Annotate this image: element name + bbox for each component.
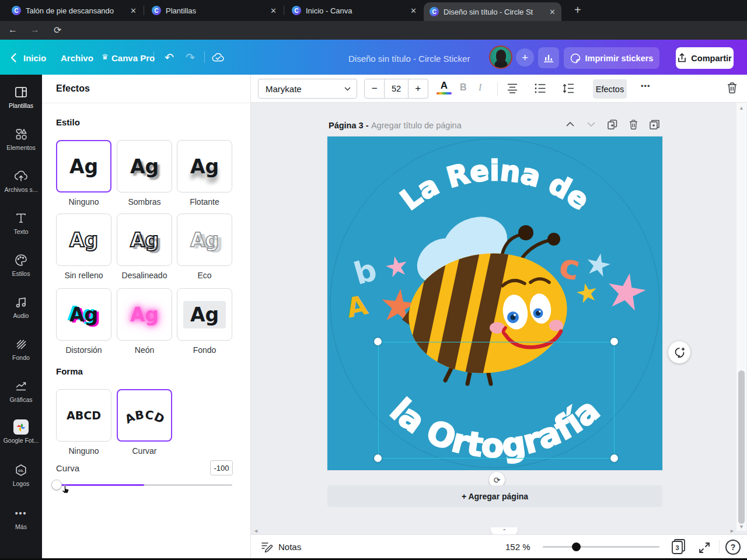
browser-tab-3[interactable]: C Inicio - Canva ✕ bbox=[286, 0, 423, 21]
scroll-left-arrow[interactable]: ◄ bbox=[253, 528, 259, 534]
deco-letter-b[interactable]: b bbox=[350, 252, 381, 292]
italic-button[interactable]: I bbox=[479, 82, 481, 93]
share-button[interactable]: Compartir bbox=[676, 47, 734, 69]
sidebar-item-mas[interactable]: ••• Más bbox=[0, 506, 42, 530]
reload-icon[interactable]: ⟳ bbox=[54, 24, 61, 36]
style-option-sin-relleno[interactable]: Ag bbox=[56, 214, 111, 266]
deco-star-blue[interactable] bbox=[585, 251, 612, 277]
trash-icon[interactable] bbox=[727, 82, 737, 93]
move-page-down-icon[interactable] bbox=[587, 122, 595, 127]
tab-close-icon[interactable]: ✕ bbox=[410, 6, 417, 15]
forward-icon[interactable]: → bbox=[30, 24, 40, 35]
style-option-eco[interactable]: Ag bbox=[177, 214, 232, 266]
print-stickers-button[interactable]: Imprimir stickers bbox=[564, 47, 659, 69]
sidebar-item-google-fotos[interactable]: Google Fot... bbox=[0, 419, 42, 444]
sidebar-item-plantillas[interactable]: Plantillas bbox=[0, 85, 42, 109]
vertical-scroll-thumb[interactable] bbox=[738, 370, 745, 524]
deco-star-pink-big[interactable] bbox=[605, 270, 648, 312]
sidebar-item-estilos[interactable]: Estilos bbox=[0, 253, 42, 277]
page-indicator[interactable]: 3 bbox=[671, 539, 687, 555]
canva-favicon: C bbox=[430, 7, 439, 16]
bold-button[interactable]: B bbox=[460, 82, 467, 93]
browser-tab-2[interactable]: C Plantillas ✕ bbox=[146, 0, 282, 21]
add-page-button[interactable]: + Agregar página bbox=[327, 485, 662, 507]
sidebar-item-audio[interactable]: Audio bbox=[0, 295, 42, 319]
align-icon[interactable] bbox=[507, 83, 518, 93]
scroll-right-arrow[interactable]: ► bbox=[729, 528, 735, 534]
redo-icon[interactable]: ↷ bbox=[186, 51, 195, 64]
chevron-down-icon bbox=[344, 87, 351, 91]
font-size-decrease[interactable]: − bbox=[365, 83, 384, 94]
tab-close-icon[interactable]: ✕ bbox=[549, 8, 556, 16]
undo-icon[interactable]: ↶ bbox=[165, 51, 174, 64]
list-icon[interactable] bbox=[535, 83, 546, 93]
spacing-icon[interactable] bbox=[563, 83, 574, 93]
back-icon[interactable]: ← bbox=[8, 24, 18, 35]
tab-close-icon[interactable]: ✕ bbox=[130, 6, 137, 15]
notes-label[interactable]: Notas bbox=[278, 542, 301, 552]
style-option-sombras[interactable]: Ag bbox=[117, 140, 172, 192]
insights-button[interactable] bbox=[538, 47, 559, 68]
share-icon bbox=[678, 53, 686, 63]
sidebar-item-fondo[interactable]: Fondo bbox=[0, 337, 42, 361]
font-selector[interactable]: Marykate bbox=[258, 79, 357, 99]
help-button[interactable]: ? bbox=[725, 540, 741, 555]
move-page-up-icon[interactable] bbox=[566, 121, 574, 127]
sidebar-item-graficas[interactable]: Gráficas bbox=[0, 379, 42, 403]
page-title-placeholder[interactable]: Agregar título de página bbox=[371, 121, 462, 130]
deco-letter-c[interactable]: c bbox=[556, 246, 584, 289]
document-title[interactable]: Diseño sin título - Circle Sticker bbox=[348, 54, 470, 64]
shape-option-curvar[interactable]: ABCD bbox=[117, 389, 172, 442]
browser-tab-active[interactable]: C Diseño sin título - Circle St ✕ bbox=[424, 2, 561, 21]
selection-box[interactable] bbox=[378, 342, 615, 459]
font-size-value[interactable]: 52 bbox=[384, 79, 408, 98]
tab-title: Diseño sin título - Circle St bbox=[444, 8, 544, 16]
curve-value-box[interactable]: -100 bbox=[210, 460, 233, 475]
selection-handle-se[interactable] bbox=[610, 454, 618, 462]
style-option-neon[interactable]: Ag bbox=[117, 288, 172, 341]
more-dots-icon: ••• bbox=[0, 506, 42, 521]
deco-star-yellow[interactable] bbox=[575, 281, 599, 304]
style-option-desalineado[interactable]: Ag bbox=[117, 214, 172, 266]
selection-handle-sw[interactable] bbox=[374, 454, 382, 462]
fullscreen-icon[interactable] bbox=[698, 541, 711, 554]
shape-option-ninguno[interactable]: ABCD bbox=[56, 389, 111, 442]
style-option-flotante[interactable]: Ag bbox=[177, 140, 232, 192]
canva-pro-button[interactable]: Canva Pro bbox=[111, 53, 155, 63]
header-separator bbox=[153, 51, 154, 63]
sidebar-item-archivos[interactable]: Archivos s... bbox=[0, 169, 42, 193]
zoom-slider-track[interactable] bbox=[543, 546, 659, 548]
text-color-button[interactable]: A bbox=[437, 80, 452, 94]
zoom-slider-thumb[interactable] bbox=[572, 542, 581, 551]
home-button[interactable]: Inicio bbox=[23, 53, 46, 63]
duplicate-page-icon[interactable] bbox=[608, 120, 617, 130]
sidebar-item-texto[interactable]: Texto bbox=[0, 211, 42, 235]
toolbar-separator bbox=[497, 82, 498, 96]
notes-icon[interactable] bbox=[261, 542, 274, 552]
add-page-icon[interactable] bbox=[650, 120, 659, 130]
style-option-distorsion[interactable]: Ag bbox=[56, 288, 111, 341]
scroll-down-arrow[interactable]: ▼ bbox=[739, 524, 744, 530]
effects-button[interactable]: Efectos bbox=[593, 79, 627, 99]
style-option-ninguno[interactable]: Ag bbox=[56, 140, 111, 192]
avatar[interactable] bbox=[489, 46, 512, 69]
comment-button[interactable] bbox=[668, 341, 690, 363]
selection-handle-ne[interactable] bbox=[610, 338, 618, 345]
new-tab-button[interactable]: + bbox=[574, 4, 581, 17]
font-size-increase[interactable]: + bbox=[409, 83, 428, 94]
sidebar-item-elementos[interactable]: Elementos bbox=[0, 127, 42, 151]
back-chevron-icon[interactable] bbox=[11, 53, 16, 62]
selection-handle-nw[interactable] bbox=[374, 338, 382, 345]
more-options-button[interactable]: ••• bbox=[641, 82, 651, 90]
browser-tab-1[interactable]: C Talón de pie descansando ✕ bbox=[6, 0, 142, 21]
deco-star-pink-small[interactable] bbox=[384, 254, 409, 278]
sidebar-item-logos[interactable]: co. Logos bbox=[0, 463, 42, 487]
deco-letter-a[interactable]: A bbox=[344, 289, 371, 324]
style-option-fondo[interactable]: Ag bbox=[177, 288, 232, 341]
scroll-up-arrow[interactable]: ▲ bbox=[739, 105, 744, 111]
sticker-text-top[interactable]: La Reina de bbox=[395, 154, 596, 216]
tab-close-icon[interactable]: ✕ bbox=[270, 6, 277, 15]
file-menu-button[interactable]: Archivo bbox=[61, 53, 93, 63]
add-member-button[interactable]: + bbox=[516, 48, 534, 66]
delete-page-icon[interactable] bbox=[629, 120, 638, 130]
